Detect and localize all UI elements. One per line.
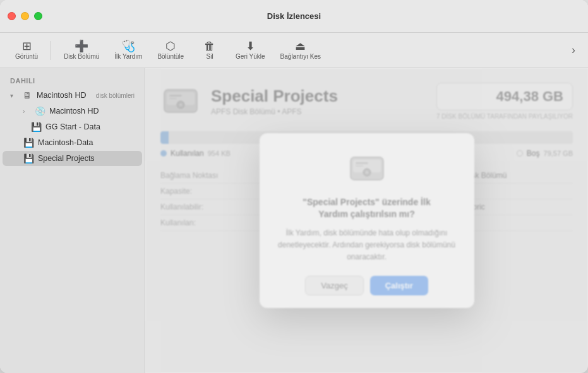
window-title: Disk İzlencesi [267, 11, 321, 21]
drive-icon: 🖥 [21, 90, 33, 100]
ilk-yardim-button[interactable]: 🩺 İlk Yardım [109, 38, 147, 62]
geri-yukle-label: Geri Yükle [236, 53, 265, 60]
baglantiyi-kes-button[interactable]: ⏏ Bağlantıyı Kes [275, 38, 326, 62]
sidebar-item-label: Macintosh HD [37, 91, 92, 100]
ilk-yardim-icon: 🩺 [121, 40, 135, 52]
expand-arrow-icon: ▾ [10, 92, 18, 99]
view-button[interactable]: ⊞ Görüntü [10, 38, 43, 62]
expand-arrow2-icon: › [23, 108, 30, 115]
dialog-buttons: Vazgeç Çalıştır [277, 276, 457, 295]
dialog: "Special Projects" üzerinde İlk Yardım ç… [260, 133, 474, 309]
geri-yukle-button[interactable]: ⬇ Geri Yükle [231, 38, 270, 62]
sidebar-item-special-projects[interactable]: 💾 Special Projects [3, 151, 142, 166]
sidebar-macintosh-hd-label: Macintosh HD [49, 107, 135, 115]
detail-panel: Special Projects APFS Disk Bölümü • APFS… [145, 68, 588, 373]
svg-rect-10 [356, 162, 368, 164]
main-content: Dahili ▾ 🖥 Macintosh HD disk bölümleri ›… [0, 68, 588, 373]
toolbar: ⊞ Görüntü ➕ Disk Bölümü 🩺 İlk Yardım ⬡ B… [0, 33, 588, 68]
partition-icon: 💾 [30, 122, 42, 132]
disk-icon: 💿 [34, 106, 45, 116]
view-icon: ⊞ [22, 40, 32, 52]
sidebar-special-projects-label: Special Projects [38, 154, 135, 163]
titlebar: Disk İzlencesi [0, 0, 588, 33]
disk-bolumu-icon: ➕ [75, 40, 88, 52]
traffic-lights [8, 12, 42, 20]
view-label: Görüntü [15, 53, 38, 60]
run-button[interactable]: Çalıştır [370, 276, 428, 295]
sidebar-gg-start-label: GG Start - Data [45, 122, 135, 131]
disk-bolumu-button[interactable]: ➕ Disk Bölümü [59, 38, 104, 62]
app-window: Disk İzlencesi ⊞ Görüntü ➕ Disk Bölümü 🩺… [0, 0, 588, 373]
sidebar-item-macintosh-data[interactable]: 💾 Macintosh-Data [3, 135, 142, 150]
sidebar-section-label: Dahili [0, 73, 145, 87]
disk-bolumu-label: Disk Bölümü [64, 53, 99, 60]
partition3-icon: 💾 [23, 153, 34, 163]
toolbar-sep-1 [51, 41, 51, 60]
sil-icon: 🗑 [204, 40, 215, 52]
svg-point-9 [365, 170, 368, 174]
sidebar-item-sublabel: disk bölümleri [96, 92, 135, 99]
maximize-button[interactable] [34, 12, 42, 20]
dialog-icon [347, 148, 387, 189]
baglantiyi-kes-icon: ⏏ [295, 40, 306, 52]
geri-yukle-icon: ⬇ [246, 40, 255, 52]
ilk-yardim-label: İlk Yardım [114, 53, 142, 60]
cancel-button[interactable]: Vazgeç [305, 276, 363, 295]
minimize-button[interactable] [21, 12, 29, 20]
sidebar-item-gg-start[interactable]: 💾 GG Start - Data [3, 119, 142, 134]
dialog-body: İlk Yardım, disk bölümünde hata olup olm… [277, 227, 457, 264]
sidebar-item-macintosh-hd[interactable]: › 💿 Macintosh HD [3, 104, 142, 119]
sidebar-item-macintosh-hd-root[interactable]: ▾ 🖥 Macintosh HD disk bölümleri [3, 88, 142, 103]
boluntule-icon: ⬡ [165, 40, 176, 52]
sidebar-macintosh-data-label: Macintosh-Data [38, 138, 135, 147]
sil-button[interactable]: 🗑 Sil [194, 38, 225, 62]
close-button[interactable] [8, 12, 16, 20]
sidebar: Dahili ▾ 🖥 Macintosh HD disk bölümleri ›… [0, 68, 145, 373]
dialog-overlay: "Special Projects" üzerinde İlk Yardım ç… [145, 68, 588, 373]
dialog-title: "Special Projects" üzerinde İlk Yardım ç… [277, 196, 457, 221]
toolbar-more-button[interactable]: › [569, 41, 578, 59]
svg-rect-11 [356, 165, 363, 167]
boluntule-button[interactable]: ⬡ Bölüntüle [152, 38, 189, 62]
boluntule-label: Bölüntüle [157, 53, 184, 60]
partition2-icon: 💾 [23, 138, 34, 148]
baglantiyi-kes-label: Bağlantıyı Kes [280, 53, 321, 60]
sil-label: Sil [207, 53, 213, 60]
